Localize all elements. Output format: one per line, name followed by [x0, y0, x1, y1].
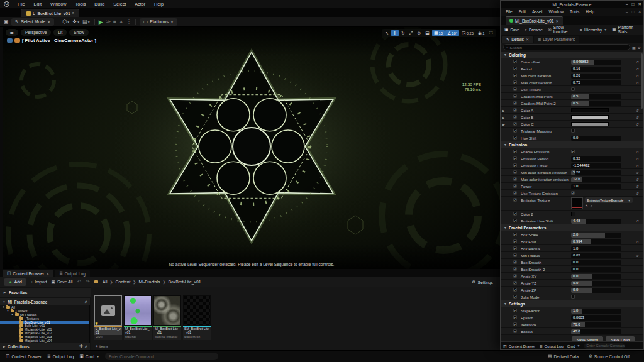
save-sibling-button[interactable]: Save Sibling: [572, 336, 603, 341]
unreal-logo-icon[interactable]: U: [4, 1, 9, 7]
override-checkbox[interactable]: ✓: [513, 163, 517, 167]
value-spinbox[interactable]: 2.0: [571, 233, 621, 238]
color-swatch[interactable]: [571, 122, 609, 126]
override-checkbox[interactable]: ✓: [513, 156, 517, 160]
value-checkbox[interactable]: [571, 87, 575, 91]
close-button[interactable]: ✕: [638, 1, 641, 8]
menu-actor[interactable]: Actor: [130, 1, 150, 7]
value-spinbox[interactable]: 0.5: [571, 101, 621, 106]
color-swatch[interactable]: [571, 115, 609, 119]
section-settings[interactable]: ▼Settings: [501, 300, 643, 307]
select-tool[interactable]: ↖: [383, 30, 391, 36]
value-spinbox[interactable]: 0.32: [571, 156, 621, 162]
override-checkbox[interactable]: ✓: [513, 101, 517, 105]
color-swatch[interactable]: [571, 108, 609, 112]
tree-expander-icon[interactable]: ▼: [6, 309, 9, 312]
reset-to-default-icon[interactable]: ↺: [636, 80, 639, 85]
expander-icon[interactable]: ▶: [502, 109, 505, 112]
value-checkbox[interactable]: ✓: [571, 150, 575, 153]
override-checkbox[interactable]: ✓: [513, 329, 517, 333]
content-drawer-button[interactable]: ◫Content Drawer: [6, 354, 42, 359]
platform-stats-button[interactable]: ▦Platform Stats: [612, 25, 640, 34]
rotation-snap-toggle[interactable]: ∠10°: [445, 30, 459, 36]
world-space-toggle[interactable]: ⊕: [415, 30, 423, 36]
hierarchy-dropdown[interactable]: ≡Hierarchy▼: [580, 28, 607, 32]
override-checkbox[interactable]: ✓: [513, 122, 517, 126]
override-checkbox[interactable]: ✓: [513, 177, 517, 181]
viewport-options-button[interactable]: ☰: [6, 29, 18, 36]
reset-to-default-icon[interactable]: ↺: [636, 108, 639, 112]
reset-to-default-icon[interactable]: ↺: [636, 156, 639, 161]
override-checkbox[interactable]: ✓: [513, 136, 517, 140]
override-checkbox[interactable]: ✓: [513, 322, 517, 326]
content-drawer-button[interactable]: ◫Content Drawer: [503, 344, 535, 348]
scale-tool[interactable]: ⤢: [408, 30, 415, 36]
override-checkbox[interactable]: ✓: [513, 274, 517, 278]
play-options-icon[interactable]: ⋮: [126, 19, 131, 25]
value-spinbox[interactable]: 0.0: [571, 136, 621, 141]
reset-to-default-icon[interactable]: ↺: [636, 253, 639, 258]
move-tool[interactable]: ✛: [391, 30, 399, 36]
value-spinbox[interactable]: 0.16: [571, 67, 621, 72]
reset-to-default-icon[interactable]: ↺: [636, 67, 639, 71]
stop-button[interactable]: ■: [113, 19, 116, 25]
reset-to-default-icon[interactable]: ↺: [636, 170, 639, 175]
expander-icon[interactable]: ▶: [502, 123, 505, 126]
value-spinbox[interactable]: 0.994: [571, 239, 621, 244]
browse-to-asset-icon[interactable]: ⌕: [591, 204, 592, 208]
override-checkbox[interactable]: ✓: [513, 198, 517, 202]
override-checkbox[interactable]: ✓: [513, 108, 517, 112]
override-checkbox[interactable]: ✓: [513, 191, 517, 195]
value-spinbox[interactable]: 0.75: [571, 80, 621, 85]
output-log-button[interactable]: ≣Output Log: [47, 354, 74, 359]
value-spinbox[interactable]: 0.0: [571, 267, 621, 272]
tab-layer-parameters[interactable]: ≣ Layer Parameters: [534, 36, 579, 43]
override-checkbox[interactable]: ✓: [513, 87, 517, 91]
reset-to-default-icon[interactable]: ↺: [636, 239, 639, 244]
color-swatch[interactable]: [571, 212, 575, 216]
menu-tools[interactable]: Tools: [567, 9, 582, 14]
override-checkbox[interactable]: ✓: [513, 260, 517, 264]
texture-asset-dropdown[interactable]: EmissionTextureExample▼: [585, 197, 633, 203]
value-spinbox[interactable]: 0.0: [571, 288, 621, 293]
save-button[interactable]: ▣Save: [504, 27, 519, 32]
override-checkbox[interactable]: ✓: [513, 239, 517, 243]
override-checkbox[interactable]: ✓: [513, 184, 517, 188]
search-icon[interactable]: ⌕: [85, 299, 87, 304]
output-log-button[interactable]: ≣Output Log: [539, 344, 563, 348]
console-command-input[interactable]: Enter Console Command: [584, 343, 625, 349]
section-fractal-parameters[interactable]: ▼Fractal Parameters: [501, 224, 643, 231]
eject-button[interactable]: ▲: [119, 19, 124, 25]
value-spinbox[interactable]: 76.0: [571, 322, 621, 327]
menu-window[interactable]: Window: [46, 1, 71, 7]
value-spinbox[interactable]: -1.544492: [571, 163, 621, 168]
rotate-tool[interactable]: ↻: [399, 30, 407, 36]
breadcrumb-content[interactable]: Content: [116, 280, 131, 284]
display-options-icon[interactable]: ▦: [632, 45, 636, 50]
viewport-layout[interactable]: ⬚: [487, 30, 495, 36]
search-icon[interactable]: ⌕: [85, 344, 87, 349]
menu-help[interactable]: Help: [150, 1, 168, 7]
tab-content-browser[interactable]: ◫ Content Browser ✕: [3, 270, 53, 277]
maximize-button[interactable]: □: [632, 8, 635, 16]
add-actor-icon[interactable]: ⬡▼: [62, 19, 70, 25]
section-emission[interactable]: ▼Emission: [501, 141, 643, 148]
override-checkbox[interactable]: ✓: [513, 219, 517, 222]
section-coloring[interactable]: ▼Coloring: [501, 52, 643, 58]
menu-build[interactable]: Build: [90, 1, 109, 7]
eject-pilot-icon[interactable]: [14, 38, 20, 43]
grid-snap-toggle[interactable]: ▦10: [432, 30, 445, 36]
value-spinbox[interactable]: 5.28: [571, 170, 621, 175]
override-checkbox[interactable]: ✓: [513, 129, 517, 133]
override-checkbox[interactable]: ✓: [513, 80, 517, 84]
override-checkbox[interactable]: ✓: [513, 115, 517, 119]
level-viewport[interactable]: ☰ Perspective Lit Show [ Pilot Active - …: [3, 27, 500, 269]
minimize-button[interactable]: –: [626, 1, 628, 8]
value-spinbox[interactable]: 1.0: [571, 184, 621, 189]
asset-tile-sm-boxbrot-lite-v01[interactable]: SM_BoxBrot-Lite_v01Static Mesh: [183, 295, 211, 340]
value-spinbox[interactable]: 0.0: [571, 281, 621, 286]
close-icon[interactable]: ✕: [46, 272, 49, 276]
tree-expander-icon[interactable]: ▼: [11, 313, 14, 316]
maximize-button[interactable]: □: [632, 1, 635, 8]
close-button[interactable]: ✕: [638, 8, 641, 16]
